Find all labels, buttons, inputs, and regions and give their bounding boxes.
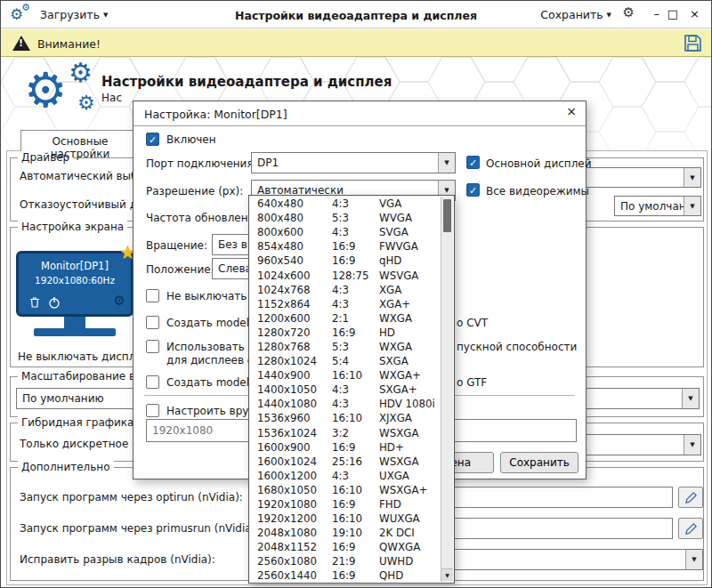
pencil-icon	[684, 491, 698, 504]
chevron-down-icon: ▼	[103, 12, 108, 19]
resolution-option[interactable]: 1280x10245:4SXGA	[249, 354, 441, 368]
scrollbar[interactable]: ▼	[441, 197, 453, 582]
modeline-cvt-checkbox[interactable]	[146, 316, 159, 329]
resolution-option[interactable]: 2048x108019:102K DCI	[249, 526, 441, 540]
chevron-down-icon: ▼	[684, 168, 700, 187]
resolution-option-res: 1920x1080	[257, 498, 332, 511]
primary-display-checkbox[interactable]: ✓	[466, 156, 480, 169]
resolution-option[interactable]: 640x4804:3VGA	[249, 197, 441, 211]
settings-gear-icon[interactable]: ⚙	[623, 6, 635, 20]
refresh-rate-label: Частота обновления	[146, 212, 262, 224]
modeline-gtf-checkbox[interactable]	[146, 375, 159, 389]
failsafe-default-combobox[interactable]: По умолчанию ▼	[614, 196, 701, 216]
resolution-option[interactable]: 1536x96016:10XJXGA	[249, 411, 441, 425]
tab-main-settings[interactable]: Основные настройки	[20, 130, 140, 151]
port-label: Порт подключения:	[146, 157, 257, 170]
resolution-option[interactable]: 1280x72016:9HD	[249, 326, 441, 340]
failsafe-driver-label: Отказоустойчивый др	[20, 198, 144, 211]
resolution-option[interactable]: 1400x10504:3SXGA+	[249, 383, 441, 397]
minimize-button[interactable]: –	[654, 8, 660, 20]
monitor-card[interactable]: Monitor[DP1] 1920x1080:60Hz ⚙	[16, 251, 134, 317]
resolution-option-ratio: 5:4	[332, 355, 379, 367]
dialog-save-button[interactable]: Сохранить	[500, 452, 578, 473]
close-window-button[interactable]: ×	[690, 8, 700, 20]
save-menu-button[interactable]: Сохранить ▼	[540, 8, 611, 21]
resolution-option-ratio: 16:9	[332, 254, 379, 267]
window-title: Настройки видеоадаптера и дисплея	[179, 9, 533, 22]
maximize-button[interactable]: □	[668, 8, 678, 20]
dialog-keep-on-checkbox[interactable]	[146, 289, 159, 302]
resolution-option[interactable]: 1600x102425:16WSXGA	[249, 455, 441, 469]
load-label: Загрузить	[40, 8, 100, 21]
resolution-option[interactable]: 2560x144016:9QHD	[249, 568, 441, 582]
warning-exclamation-icon: !	[19, 37, 23, 49]
resolution-option-name: FWVGA	[379, 240, 441, 253]
monitor-stand-base	[34, 328, 116, 336]
group-scaling-legend: Масштабирование вы	[18, 370, 148, 383]
resolution-option-res: 1600x900	[257, 441, 332, 454]
auto-driver-label: Автоматический выб	[20, 170, 138, 182]
resolution-option[interactable]: 1536x10243:2WSXGA	[249, 426, 441, 440]
group-advanced-legend: Дополнительно	[18, 461, 114, 473]
resolution-option-res: 2560x1440	[257, 569, 332, 582]
resolution-option-name: SXGA	[379, 355, 441, 367]
manual-checkbox[interactable]	[146, 404, 159, 417]
resolution-option-ratio: 19:10	[332, 527, 379, 539]
gear-icon: ⚙	[69, 60, 93, 86]
resolution-option[interactable]: 1200x6002:1WXGA	[249, 311, 441, 326]
port-value: DP1	[252, 157, 438, 169]
resolution-option[interactable]: 800x6004:3SVGA	[249, 225, 441, 239]
resolution-option-name: HD	[379, 326, 441, 339]
scrollbar-down-arrow-icon[interactable]: ▼	[441, 568, 453, 581]
cvt-reduced-checkbox[interactable]	[146, 340, 159, 353]
load-menu-button[interactable]: Загрузить ▼	[40, 8, 108, 21]
resolution-option-res: 2560x1080	[257, 555, 332, 568]
resolution-option-ratio: 16:9	[332, 441, 379, 454]
resolution-option[interactable]: 1680x105016:10WSXGA+	[249, 483, 441, 497]
resolution-option[interactable]: 1600x12004:3UXGA	[249, 469, 441, 483]
dialog-close-icon[interactable]: ×	[566, 105, 577, 117]
resolution-option[interactable]: 1024x600128:75WSVGA	[249, 268, 441, 282]
scrollbar-thumb[interactable]	[443, 199, 451, 232]
resolution-option[interactable]: 2048x115216:9QWXGA	[249, 540, 441, 554]
primusrun-edit-button[interactable]	[678, 518, 703, 539]
warning-bar: ! Внимание!	[1, 29, 711, 57]
resolution-option-ratio: 16:9	[332, 326, 379, 339]
resolution-option[interactable]: 1920x120016:10WUXGA	[249, 511, 441, 526]
discrete-video-label: Только дискретное в	[20, 438, 138, 450]
save-floppy-icon[interactable]	[683, 33, 703, 53]
port-combobox[interactable]: DP1 ▼	[251, 152, 456, 173]
trash-icon[interactable]	[28, 295, 42, 310]
optirun-edit-button[interactable]	[678, 487, 703, 508]
resolution-option[interactable]: 1152x8644:3XGA+	[249, 297, 441, 311]
app-window: ⚙ ⚙ Загрузить ▼ Настройки видеоадаптера …	[0, 0, 712, 588]
resolution-option-res: 800x480	[257, 212, 332, 224]
resolution-option-name: UWHD	[379, 555, 441, 568]
resolution-option-res: 1680x1050	[257, 484, 332, 496]
resolution-option-ratio: 25:16	[332, 455, 379, 468]
resolution-option[interactable]: 1920x108016:9FHD	[249, 497, 441, 511]
resolution-option[interactable]: 2560x108021:9UWHD	[249, 554, 441, 568]
all-modes-checkbox[interactable]: ✓	[466, 183, 480, 197]
resolution-option[interactable]: 1280x7685:3WXGA	[249, 340, 441, 354]
resolution-option-name: WUXGA	[379, 512, 441, 525]
enabled-checkbox[interactable]: ✓	[146, 133, 159, 146]
resolution-option-res: 1280x768	[257, 341, 332, 353]
resolution-option-name: WSXGA	[379, 455, 441, 468]
resolution-option[interactable]: 1440x10804:3HDV 1080i	[249, 397, 441, 411]
resolution-option[interactable]: 854x48016:9FWVGA	[249, 239, 441, 254]
resolution-option-ratio: 2:1	[332, 312, 379, 325]
group-hybrid-legend: Гибридная графика	[18, 416, 137, 429]
group-screen-legend: Настройка экрана	[18, 221, 127, 233]
resolution-option-name: SVGA	[379, 226, 441, 238]
page-logo-gears-icon: ⚙ ⚙ ⚙	[22, 60, 99, 131]
resolution-option-ratio: 16:10	[332, 412, 379, 424]
keep-display-on-label: Не выключать диспл	[18, 350, 135, 363]
resolution-option[interactable]: 1024x7684:3XGA	[249, 283, 441, 297]
resolution-option[interactable]: 800x4805:3WVGA	[249, 211, 441, 225]
resolution-option[interactable]: 960x54016:9qHD	[249, 254, 441, 268]
resolution-option[interactable]: 1600x90016:9HD+	[249, 440, 441, 455]
resolution-option[interactable]: 1440x90016:10WXGA+	[249, 368, 441, 383]
monitor-settings-gear-icon[interactable]: ⚙	[114, 294, 125, 308]
power-icon[interactable]	[47, 295, 61, 310]
